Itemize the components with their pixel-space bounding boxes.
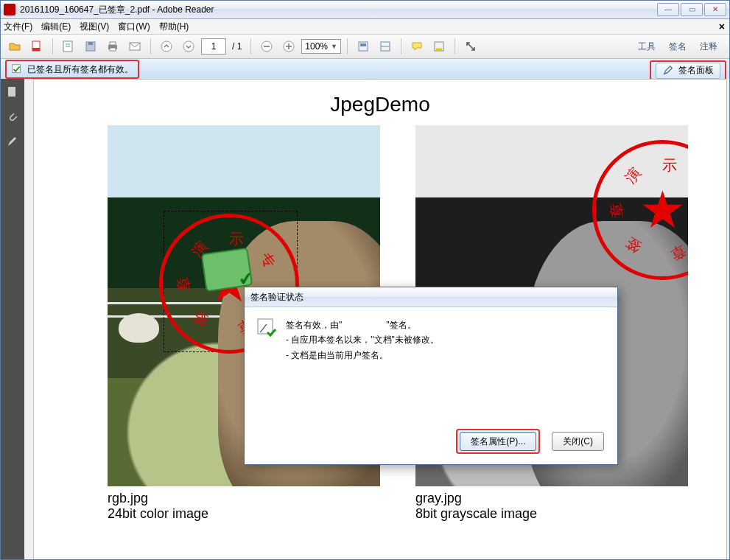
signature-properties-button[interactable]: 签名属性(P)... xyxy=(460,432,536,451)
side-rail xyxy=(1,79,24,559)
zoom-in-icon[interactable] xyxy=(279,37,298,56)
svg-rect-18 xyxy=(8,87,15,97)
open-icon[interactable] xyxy=(5,37,24,56)
valid-signature-badge-icon xyxy=(201,248,253,292)
thumbnails-icon[interactable] xyxy=(5,85,20,99)
menu-window[interactable]: 窗口(W) xyxy=(118,21,150,33)
highlight-icon[interactable] xyxy=(429,37,449,56)
tools-link[interactable]: 工具 xyxy=(638,41,656,53)
zoom-select[interactable]: 100%▼ xyxy=(301,39,341,54)
fullscreen-icon[interactable] xyxy=(461,37,480,56)
page-heading: JpegDemo xyxy=(34,93,726,116)
app-window: 20161109_160647_已签章_2.pdf - Adobe Reader… xyxy=(0,0,730,560)
tool-b-icon[interactable] xyxy=(376,37,395,56)
page-down-icon[interactable] xyxy=(179,37,198,56)
toolbar: / 1 100%▼ 工具 签名 注释 xyxy=(1,35,729,59)
comment-link[interactable]: 注释 xyxy=(700,41,717,53)
menu-help[interactable]: 帮助(H) xyxy=(159,21,189,33)
menubar: 文件(F) 编辑(E) 视图(V) 窗口(W) 帮助(H) × xyxy=(1,19,729,35)
menu-view[interactable]: 视图(V) xyxy=(80,21,109,33)
dialog-line1b: "签名。 xyxy=(386,320,415,330)
save-icon[interactable] xyxy=(81,37,100,56)
chevron-down-icon: ▼ xyxy=(331,43,337,50)
convert-icon[interactable] xyxy=(59,37,78,56)
signature-panel-label: 签名面板 xyxy=(678,64,714,77)
dialog-line3: - 文档是由当前用户签名。 xyxy=(286,348,439,363)
close-button[interactable]: ✕ xyxy=(704,3,726,16)
page-up-icon[interactable] xyxy=(157,37,176,56)
window-controls: — ▭ ✕ xyxy=(657,3,726,16)
rgb-caption-desc: 24bit color image xyxy=(108,506,380,522)
menu-file[interactable]: 文件(F) xyxy=(4,21,32,33)
toolbar-right: 工具 签名 注释 xyxy=(638,41,725,53)
attachments-icon[interactable] xyxy=(5,110,20,125)
svg-rect-14 xyxy=(360,43,366,46)
gray-caption-desc: 8bit grayscale image xyxy=(415,506,688,522)
print-icon[interactable] xyxy=(103,37,122,56)
signature-panel-button[interactable]: 签名面板 xyxy=(656,63,720,79)
pen-icon xyxy=(662,65,674,77)
dialog-title: 签名验证状态 xyxy=(245,287,617,307)
dialog-line1a: 签名有效，由" xyxy=(286,320,342,330)
svg-rect-7 xyxy=(110,48,116,51)
signature-validation-dialog: 签名验证状态 签名有效，由""签名。 - 自应用本签名以来，"文档"未被修改。 … xyxy=(244,287,618,465)
menu-edit[interactable]: 编辑(E) xyxy=(41,21,71,33)
signature-panel-highlight: 签名面板 xyxy=(650,60,726,80)
svg-point-10 xyxy=(183,41,194,52)
page-number-input[interactable] xyxy=(201,38,226,55)
signature-properties-highlight: 签名属性(P)... xyxy=(456,429,540,454)
close-document-button[interactable]: × xyxy=(719,21,725,32)
dialog-close-button[interactable]: 关闭(C) xyxy=(552,432,604,451)
dialog-body: 签名有效，由""签名。 - 自应用本签名以来，"文档"未被修改。 - 文档是由当… xyxy=(245,307,617,370)
zoom-value: 100% xyxy=(305,41,328,52)
dialog-line2: - 自应用本签名以来，"文档"未被修改。 xyxy=(286,332,439,347)
tool-a-icon[interactable] xyxy=(354,37,373,56)
rgb-caption-name: rgb.jpg xyxy=(108,491,380,506)
signatures-rail-icon[interactable] xyxy=(5,135,20,150)
signature-status-bar: 已签名且所有签名都有效。 签名面板 xyxy=(1,59,729,80)
seal-ring-text-right: 签章演示专用章 xyxy=(596,144,688,276)
svg-rect-1 xyxy=(32,48,40,51)
gray-caption-name: gray.jpg xyxy=(415,491,688,506)
email-icon[interactable] xyxy=(125,37,144,56)
maximize-button[interactable]: ▭ xyxy=(681,3,703,16)
app-icon xyxy=(4,4,15,15)
svg-point-9 xyxy=(161,41,172,52)
sheep-graphic xyxy=(119,313,159,343)
minimize-button[interactable]: — xyxy=(657,3,679,16)
svg-rect-4 xyxy=(88,42,93,45)
page-total: / 1 xyxy=(232,41,242,52)
titlebar: 20161109_160647_已签章_2.pdf - Adobe Reader… xyxy=(1,1,729,19)
signature-status-text: 已签名且所有签名都有效。 xyxy=(27,63,133,76)
dialog-text: 签名有效，由""签名。 - 自应用本签名以来，"文档"未被修改。 - 文档是由当… xyxy=(286,318,439,363)
dialog-buttons: 签名属性(P)... 关闭(C) xyxy=(456,429,604,454)
signature-valid-icon xyxy=(11,63,23,75)
zoom-out-icon[interactable] xyxy=(257,37,276,56)
create-pdf-icon[interactable] xyxy=(27,37,46,56)
comment-bubble-icon[interactable] xyxy=(407,37,427,56)
seal-stamp-right: ★ 签章演示专用章 xyxy=(592,140,688,280)
svg-rect-6 xyxy=(110,42,116,45)
signature-status-highlight: 已签名且所有签名都有效。 xyxy=(5,60,139,79)
window-title: 20161109_160647_已签章_2.pdf - Adobe Reader xyxy=(20,4,657,16)
sign-link[interactable]: 签名 xyxy=(669,41,687,53)
signature-valid-icon xyxy=(256,318,277,338)
